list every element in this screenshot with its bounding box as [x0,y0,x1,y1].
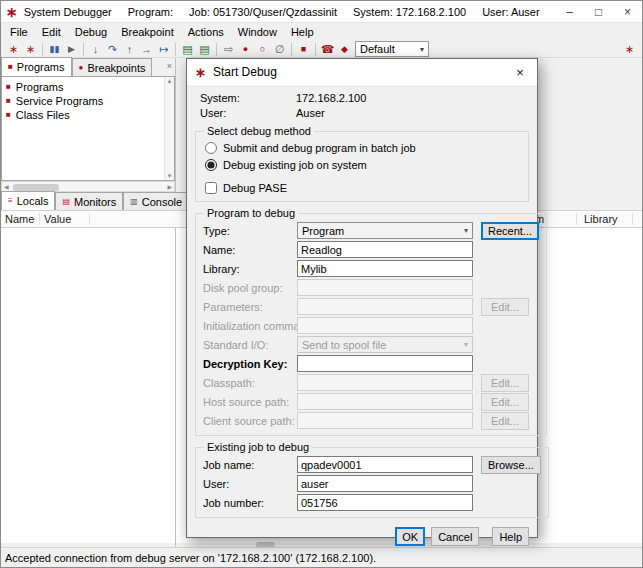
menu-file[interactable]: File [3,24,35,40]
panel-tabs: ■ Programs ● Breakpoints × [1,58,175,76]
initialization-command-field [297,317,473,334]
view-source-icon[interactable]: ▤ [196,42,213,57]
tab-monitors[interactable]: ▤ Monitors [55,192,123,210]
debug-pase-label: Debug PASE [223,182,287,194]
toolbar: ∗ ∗ ▮▮ ▶ ↓ ↷ ↑ → ↦ ▤ ▤ ⇨ ● ○ ∅ ■ ☎ ◆ Def… [1,41,642,58]
submit-batch-job-label: Submit and debug program in batch job [223,142,416,154]
column-header-value[interactable]: Value [40,211,88,227]
step-into-icon[interactable]: ↓ [87,42,104,57]
remove-breakpoint-icon[interactable]: ○ [254,42,271,57]
tab-breakpoints[interactable]: ● Breakpoints [72,58,153,76]
step-filter-icon[interactable]: ↦ [155,42,172,57]
step-over-icon[interactable]: ↷ [104,42,121,57]
menu-edit[interactable]: Edit [35,24,68,40]
user-value: Auser [296,107,325,119]
restart-debug-icon[interactable]: ∗ [22,42,39,57]
library-field[interactable] [297,260,473,277]
scrollbar-thumb[interactable] [13,184,59,191]
tab-programs[interactable]: ■ Programs [1,57,72,76]
tree-item-service-programs[interactable]: ■ Service Programs [2,94,174,108]
disk-pool-group-field [297,279,473,296]
column-header-library[interactable]: Library [580,211,631,227]
clear-breakpoints-icon[interactable]: ∅ [271,42,288,57]
scroll-right-icon[interactable]: ▶ [167,183,172,190]
tree-vertical-scrollbar[interactable]: ▲ ▼ [164,77,174,180]
debug-existing-job-radio-row[interactable]: Debug existing job on system [203,156,521,173]
cancel-button[interactable]: Cancel [431,527,479,546]
client-source-path-label: Client source path: [203,415,297,427]
maximize-button[interactable]: □ [584,1,613,22]
profile-icon: ◆ [336,42,353,57]
tree-item-class-files[interactable]: ■ Class Files [2,108,174,122]
step-return-icon[interactable]: ↑ [121,42,138,57]
tab-locals[interactable]: ≡ Locals [1,191,55,210]
dialog-bug-icon: ∗ [195,66,206,79]
start-debug-icon[interactable]: ∗ [5,42,22,57]
host-source-path-label: Host source path: [203,396,297,408]
column-header-name[interactable]: Name [1,211,39,227]
stop-debug-icon[interactable]: ■ [295,42,312,57]
browse-button[interactable]: Browse... [481,456,541,474]
standard-io-combobox: Send to spool file ▾ [297,336,473,353]
decryption-key-label: Decryption Key: [203,358,297,370]
menu-actions[interactable]: Actions [181,24,231,40]
library-label: Library: [203,263,297,275]
system-info-row: System: 172.168.2.100 [195,90,529,105]
tree-item-programs[interactable]: ■ Programs [2,80,174,94]
scroll-up-icon[interactable]: ▲ [167,78,173,84]
panel-close-icon[interactable]: × [167,61,172,71]
minimize-button[interactable]: – [555,1,584,22]
menu-help[interactable]: Help [284,24,321,40]
titlebar-job: Job: 051730/Quser/Qzdassinit [189,6,337,18]
recent-button[interactable]: Recent... [481,222,539,240]
submit-batch-job-radio-row[interactable]: Submit and debug program in batch job [203,139,521,156]
menu-breakpoint[interactable]: Breakpoint [114,24,181,40]
maximize-icon: □ [595,5,602,19]
scroll-down-icon[interactable]: ▼ [167,173,173,179]
menu-window[interactable]: Window [231,24,284,40]
profile-combobox-value: Default [360,43,395,55]
toolbar-separator [315,43,316,56]
breakpoints-tab-icon: ● [79,64,84,72]
decryption-key-row: Decryption Key: [203,354,539,373]
job-name-field[interactable] [297,456,473,473]
programs-tab-icon: ■ [8,63,13,71]
status-message: Accepted connection from debug server on… [5,552,376,564]
monitors-tab-icon: ▤ [62,198,70,206]
job-number-field[interactable] [297,494,473,511]
classpath-label: Classpath: [203,377,297,389]
dialog-close-button[interactable]: × [503,59,537,85]
debug-pase-checkbox[interactable] [205,182,217,194]
name-field[interactable] [297,241,473,258]
initialization-command-label: Initialization comma... [203,320,297,332]
type-row: Type: Program ▾ Recent... [203,221,539,240]
debug-existing-job-radio[interactable] [205,159,217,171]
run-to-cursor-icon[interactable]: ⇨ [220,42,237,57]
programs-tree: ■ Programs ■ Service Programs ■ Class Fi… [1,76,175,181]
scroll-left-icon[interactable]: ◀ [4,183,9,190]
decryption-key-field[interactable] [297,355,473,372]
close-button[interactable]: × [613,1,642,22]
type-combobox[interactable]: Program ▾ [297,222,473,239]
tab-console[interactable]: ▥ Console [123,192,189,210]
initialization-command-row: Initialization comma... [203,316,539,335]
add-breakpoint-icon[interactable]: ● [237,42,254,57]
standard-io-value: Send to spool file [302,339,386,351]
view-program-icon[interactable]: ▤ [179,42,196,57]
connect-icon[interactable]: ☎ [319,42,336,57]
debug-pase-checkbox-row[interactable]: Debug PASE [203,179,521,196]
job-user-field[interactable] [297,475,473,492]
submit-batch-job-radio[interactable] [205,142,217,154]
menu-debug[interactable]: Debug [68,24,114,40]
resume-icon[interactable]: ▶ [63,42,80,57]
ok-button[interactable]: OK [395,527,425,546]
run-to-location-icon[interactable]: → [138,42,155,57]
job-name-label: Job name: [203,459,297,471]
type-label: Type: [203,225,297,237]
programs-node-icon: ■ [6,83,11,91]
system-debugger-window: ∗ System Debugger Program: Job: 051730/Q… [0,0,643,568]
profile-combobox[interactable]: Default ▾ [355,41,429,57]
job-number-row: Job number: [203,493,541,512]
pause-icon[interactable]: ▮▮ [46,42,63,57]
help-button[interactable]: Help [492,527,529,546]
